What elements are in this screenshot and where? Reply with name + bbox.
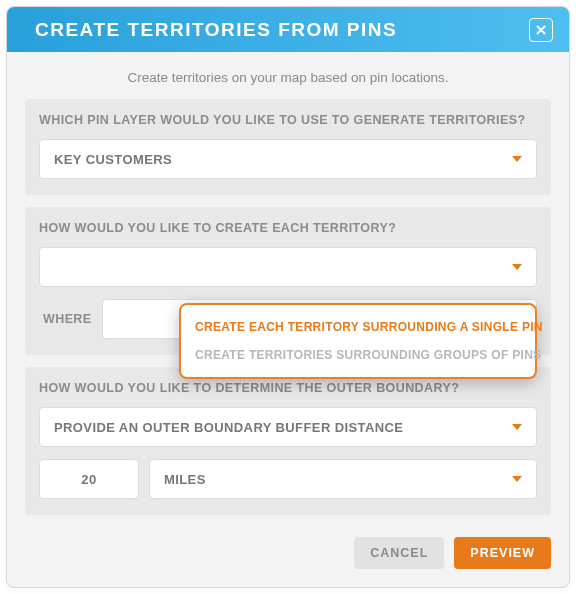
modal-title: CREATE TERRITORIES FROM PINS bbox=[35, 19, 397, 41]
boundary-label: HOW WOULD YOU LIKE TO DETERMINE THE OUTE… bbox=[39, 381, 537, 395]
create-method-label: HOW WOULD YOU LIKE TO CREATE EACH TERRIT… bbox=[39, 221, 537, 235]
unit-select[interactable]: MILES bbox=[149, 459, 537, 499]
unit-value: MILES bbox=[164, 472, 206, 487]
chevron-down-icon bbox=[512, 264, 522, 270]
where-label: WHERE bbox=[39, 312, 92, 326]
boundary-value: PROVIDE AN OUTER BOUNDARY BUFFER DISTANC… bbox=[54, 420, 403, 435]
pin-layer-section: WHICH PIN LAYER WOULD YOU LIKE TO USE TO… bbox=[25, 99, 551, 195]
pin-layer-value: KEY CUSTOMERS bbox=[54, 152, 172, 167]
create-territories-modal: CREATE TERRITORIES FROM PINS Create terr… bbox=[6, 6, 570, 588]
dropdown-option-group-pins[interactable]: CREATE TERRITORIES SURROUNDING GROUPS OF… bbox=[181, 341, 535, 369]
pin-layer-select[interactable]: KEY CUSTOMERS bbox=[39, 139, 537, 179]
boundary-select[interactable]: PROVIDE AN OUTER BOUNDARY BUFFER DISTANC… bbox=[39, 407, 537, 447]
pin-layer-label: WHICH PIN LAYER WOULD YOU LIKE TO USE TO… bbox=[39, 113, 537, 127]
chevron-down-icon bbox=[512, 156, 522, 162]
distance-row: MILES bbox=[39, 459, 537, 499]
preview-button[interactable]: PREVIEW bbox=[454, 537, 551, 569]
chevron-down-icon bbox=[512, 476, 522, 482]
close-icon bbox=[535, 24, 547, 36]
create-method-dropdown: CREATE EACH TERRITORY SURROUNDING A SING… bbox=[179, 303, 537, 379]
modal-footer: CANCEL PREVIEW bbox=[7, 527, 569, 587]
dropdown-option-single-pin[interactable]: CREATE EACH TERRITORY SURROUNDING A SING… bbox=[181, 313, 535, 341]
modal-header: CREATE TERRITORIES FROM PINS bbox=[7, 7, 569, 52]
modal-body: WHICH PIN LAYER WOULD YOU LIKE TO USE TO… bbox=[7, 99, 569, 527]
boundary-section: HOW WOULD YOU LIKE TO DETERMINE THE OUTE… bbox=[25, 367, 551, 515]
modal-subtitle: Create territories on your map based on … bbox=[7, 52, 569, 99]
distance-input[interactable] bbox=[39, 459, 139, 499]
create-method-select[interactable] bbox=[39, 247, 537, 287]
cancel-button[interactable]: CANCEL bbox=[354, 537, 444, 569]
close-button[interactable] bbox=[529, 18, 553, 42]
chevron-down-icon bbox=[512, 424, 522, 430]
